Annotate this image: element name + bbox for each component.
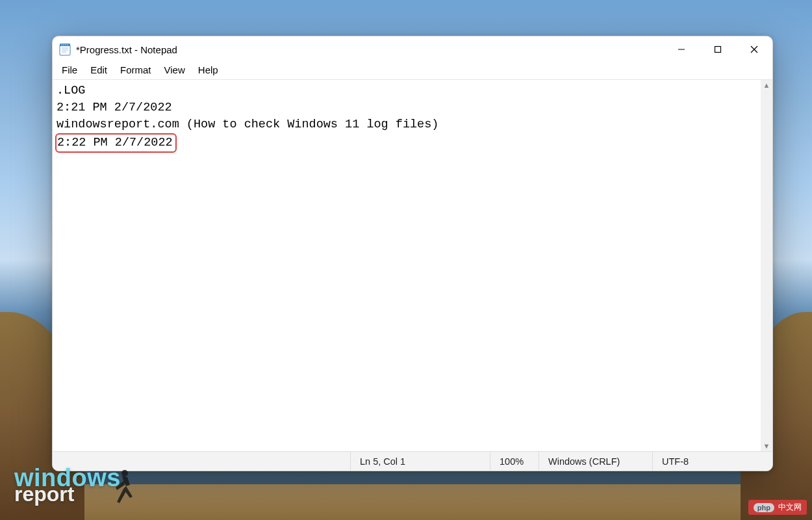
menu-view[interactable]: View — [158, 63, 192, 77]
doc-line-3: windowsreport.com (How to check Windows … — [57, 118, 438, 131]
statusbar: Ln 5, Col 1 100% Windows (CRLF) UTF-8 — [53, 452, 772, 471]
menu-edit[interactable]: Edit — [84, 63, 114, 77]
scroll-down-icon[interactable]: ▼ — [763, 442, 770, 450]
svg-rect-10 — [715, 47, 721, 53]
status-encoding: UTF-8 — [652, 452, 772, 471]
text-editor[interactable]: .LOG 2:21 PM 2/7/2022 windowsreport.com … — [53, 80, 761, 451]
svg-point-3 — [63, 44, 64, 45]
php-pill: php — [754, 503, 774, 512]
editor-area: .LOG 2:21 PM 2/7/2022 windowsreport.com … — [53, 80, 772, 452]
menu-file[interactable]: File — [55, 63, 84, 77]
window-controls — [663, 36, 772, 62]
svg-point-13 — [121, 470, 128, 476]
maximize-icon — [714, 46, 722, 53]
svg-point-4 — [65, 44, 66, 45]
runner-silhouette — [110, 468, 136, 507]
scroll-up-icon[interactable]: ▲ — [763, 81, 770, 89]
vertical-scrollbar[interactable]: ▲ ▼ — [761, 80, 772, 451]
status-position: Ln 5, Col 1 — [350, 452, 490, 471]
minimize-icon — [678, 46, 685, 53]
titlebar[interactable]: *Progress.txt - Notepad — [53, 36, 772, 62]
menu-format[interactable]: Format — [114, 63, 158, 77]
status-line-ending: Windows (CRLF) — [539, 452, 652, 471]
minimize-button[interactable] — [663, 36, 700, 62]
maximize-button[interactable] — [700, 36, 736, 62]
watermark-php-cn: php 中文网 — [748, 500, 807, 515]
svg-point-2 — [61, 44, 62, 45]
close-button[interactable] — [736, 36, 772, 62]
watermark-windowsreport: windows report — [14, 468, 121, 503]
close-icon — [750, 46, 758, 53]
php-label: 中文网 — [778, 502, 802, 513]
doc-line-1: .LOG — [57, 84, 85, 98]
notepad-window: *Progress.txt - Notepad File Edit — [52, 36, 773, 471]
menu-help[interactable]: Help — [192, 63, 225, 77]
status-zoom: 100% — [490, 452, 539, 471]
notepad-icon — [59, 43, 71, 56]
menubar: File Edit Format View Help — [53, 62, 772, 80]
svg-point-5 — [67, 44, 68, 45]
doc-line-4-highlight: 2:22 PM 2/7/2022 — [55, 133, 177, 153]
doc-line-2: 2:21 PM 2/7/2022 — [57, 101, 172, 114]
window-title: *Progress.txt - Notepad — [76, 44, 177, 55]
